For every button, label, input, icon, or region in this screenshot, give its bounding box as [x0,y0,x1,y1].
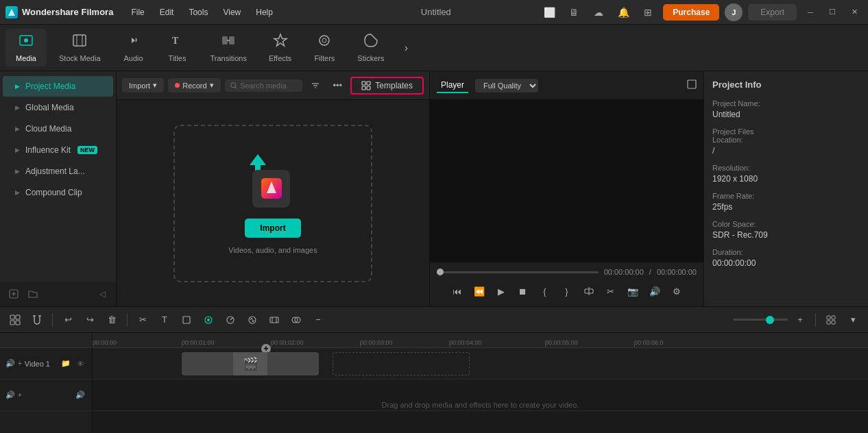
monitor-icon[interactable]: 🖥 [564,3,583,22]
progress-thumb[interactable] [437,269,444,275]
close-button[interactable]: ✕ [846,4,863,21]
toolbar-titles[interactable]: T Titles [157,29,198,66]
add-to-timeline-icon[interactable] [579,282,599,301]
delete-icon[interactable]: 🗑 [102,310,121,330]
stop-button[interactable]: ⏹ [514,282,533,301]
import-button[interactable]: Import ▾ [122,78,164,92]
undo-icon[interactable]: ↩ [58,310,77,330]
audio-icon[interactable]: 🔊 [645,282,664,301]
crop-icon[interactable] [177,310,196,330]
grid-icon[interactable]: ⊞ [638,3,658,22]
zoom-out-icon[interactable]: − [309,310,328,330]
text-icon[interactable]: T [155,310,174,330]
timeline-ruler[interactable]: 00:00:00 00:00:01:00 00:00:02:00 00:00:0… [93,333,868,348]
record-button[interactable]: Record ▾ [168,78,220,92]
magnet-icon[interactable] [27,310,47,330]
track-audio-settings-icon[interactable]: 🔊 [74,389,86,401]
svg-rect-51 [827,316,830,319]
toolbar-effects-label: Effects [269,54,291,62]
cloud-upload-icon[interactable]: ☁ [589,3,608,22]
drag-hint: Drag and drop media and effects here to … [93,399,868,410]
svg-marker-10 [274,34,287,46]
toolbar-more-button[interactable]: › [396,38,415,58]
progress-track[interactable] [437,271,599,273]
video-effects-icon[interactable] [265,310,284,330]
menu-view[interactable]: View [216,5,248,20]
scene-detect-icon[interactable] [5,310,25,330]
toolbar-filters[interactable]: Filters [304,29,345,66]
avatar[interactable]: J [725,3,743,21]
video-clip[interactable]: 🎬 [182,352,319,375]
sidebar-item-influence-kit[interactable]: ▶ Influence Kit NEW [3,140,113,160]
menu-file[interactable]: File [124,5,151,20]
fullscreen-icon[interactable] [687,79,697,91]
ripple-icon[interactable] [199,310,218,330]
minimize-button[interactable]: ─ [802,4,819,21]
track-add-icon[interactable]: + [18,360,22,367]
redo-icon[interactable]: ↪ [80,310,99,330]
collapse-sidebar-icon[interactable]: ◁ [94,286,110,302]
track-eye-icon[interactable]: 👁 [74,358,86,370]
mark-out-icon[interactable]: } [557,282,577,301]
sidebar-item-global-media[interactable]: ▶ Global Media [3,97,113,118]
menu-help[interactable]: Help [249,5,280,20]
more-options-icon[interactable]: ••• [328,77,346,95]
maximize-button[interactable]: ☐ [824,4,841,21]
sidebar-item-cloud-media[interactable]: ▶ Cloud Media [3,119,113,139]
skip-back-icon[interactable]: ⏮ [448,282,467,301]
track-add-audio-icon[interactable]: + [18,391,22,399]
svg-point-11 [320,36,329,45]
toolbar-stickers[interactable]: Stickers [348,29,394,66]
filmora-logo-bg [252,170,290,208]
bell-icon[interactable]: 🔔 [614,3,633,22]
zoom-thumb[interactable] [766,316,774,324]
zoom-track[interactable] [733,319,788,321]
audio-waveform-icon[interactable] [243,310,262,330]
toolbar-effects[interactable]: Effects [259,29,301,66]
sidebar-item-project-media[interactable]: ▶ Project Media [3,76,113,97]
expand-arrow: ▶ [15,189,20,196]
settings-icon[interactable]: ⚙ [667,282,686,301]
new-folder-icon[interactable] [25,286,41,302]
menu-tools[interactable]: Tools [182,5,215,20]
track-folder-icon[interactable]: 📁 [60,358,72,370]
sidebar: ▶ Project Media ▶ Global Media ▶ Cloud M… [0,71,116,281]
player-tab[interactable]: Player [437,78,468,93]
quality-select[interactable]: Full Quality [475,79,538,92]
toolbar-audio[interactable]: Audio [113,29,154,66]
toolbar-stock-media[interactable]: Stock Media [49,29,110,66]
color-grade-icon[interactable] [287,310,306,330]
purchase-button[interactable]: Purchase [663,4,719,21]
info-value-location: / [712,146,860,156]
import-drop-zone[interactable]: Import Videos, audio, and images [173,125,372,282]
play-button[interactable]: ▶ [492,282,511,301]
toolbar-transitions[interactable]: Transitions [201,29,256,66]
menu-edit[interactable]: Edit [153,5,181,20]
search-input[interactable] [240,82,297,90]
svg-rect-32 [16,315,20,319]
screen-icon[interactable]: ⬜ [540,3,559,22]
frame-back-icon[interactable]: ⏪ [470,282,489,301]
track-volume-icon[interactable]: 🔊 [5,359,15,368]
export-button[interactable]: Export [748,4,797,21]
sidebar-item-adjustment-layers[interactable]: ▶ Adjustment La... [3,161,113,182]
ruler-tick-3 [360,343,361,347]
track-audio-icon[interactable]: 🔊 [5,391,15,399]
more-options-icon[interactable]: ▾ [843,310,863,330]
new-badge: NEW [77,146,97,154]
svg-point-12 [322,38,326,42]
filter-icon[interactable] [306,77,324,95]
zoom-control [733,319,788,321]
add-media-icon[interactable] [5,286,22,302]
templates-button[interactable]: Templates [350,77,424,95]
grid-view-icon[interactable] [821,310,841,330]
scissors-icon[interactable]: ✂ [601,282,620,301]
cut-icon[interactable]: ✂ [133,310,152,330]
import-zone-button[interactable]: Import [245,219,300,238]
mark-in-icon[interactable]: { [535,282,555,301]
toolbar-media[interactable]: Media [5,29,47,66]
sidebar-item-compound-clip[interactable]: ▶ Compound Clip [3,182,113,203]
speed-icon[interactable] [221,310,240,330]
zoom-in-icon[interactable]: + [791,310,810,330]
snapshot-icon[interactable]: 📷 [623,282,642,301]
